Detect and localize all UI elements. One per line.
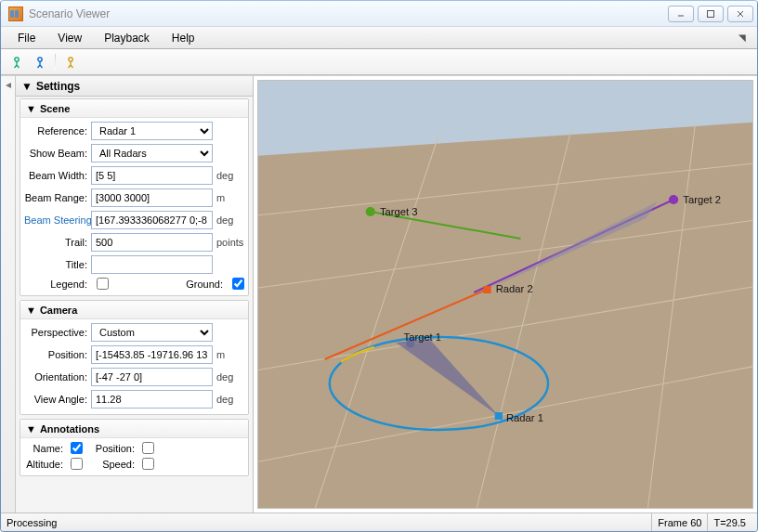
target3-label: Target 3 [380, 206, 418, 217]
section-camera: ▼ Camera Perspective: Custom Position: m… [20, 300, 249, 415]
close-button[interactable] [727, 6, 753, 22]
radar1-label: Radar 1 [506, 412, 543, 423]
toolbar-separator [55, 54, 56, 71]
svg-point-4 [15, 57, 19, 60]
viewport-panel: Target 3 Target 2 Radar 2 Target 1 Radar… [254, 76, 757, 513]
section-scene-header[interactable]: ▼ Scene [20, 99, 248, 118]
cam-position-unit: m [215, 349, 244, 360]
panel-title: Settings [36, 80, 80, 93]
title-input[interactable] [91, 255, 213, 274]
perspective-select[interactable]: Custom [91, 323, 213, 342]
ground-checkbox[interactable] [232, 278, 244, 290]
scene-svg: Target 3 Target 2 Radar 2 Target 1 Radar… [258, 81, 752, 508]
status-time: T=29.5 [707, 513, 751, 531]
menu-playback[interactable]: Playback [95, 29, 159, 47]
trail-input[interactable] [91, 233, 213, 252]
trail-unit: points [215, 237, 244, 248]
beamsteering-input[interactable] [91, 211, 213, 229]
minimize-button[interactable] [668, 6, 694, 22]
reference-select[interactable]: Radar 1 [91, 122, 213, 140]
target1-label: Target 1 [404, 331, 442, 343]
menu-file[interactable]: File [8, 29, 45, 47]
svg-marker-7 [258, 118, 752, 508]
menu-bar: File View Playback Help ◥ [1, 27, 757, 49]
section-annotations-header[interactable]: ▼ Annotations [20, 420, 248, 438]
svg-rect-24 [483, 286, 490, 293]
menu-help[interactable]: Help [163, 29, 204, 47]
triangle-down-icon: ▼ [26, 103, 36, 114]
tool-step-icon[interactable] [30, 52, 50, 72]
legend-checkbox[interactable] [97, 278, 109, 290]
maximize-button[interactable] [698, 6, 724, 22]
status-frame: Frame 60 [651, 513, 707, 531]
tool-record-icon[interactable] [60, 52, 81, 72]
triangle-down-icon: ▼ [26, 305, 36, 316]
beamwidth-input[interactable] [91, 166, 213, 185]
target2-label: Target 2 [683, 194, 721, 205]
dock-menu-icon[interactable]: ◥ [738, 32, 750, 43]
radar2-label: Radar 2 [496, 283, 533, 294]
beamsteering-unit: deg [215, 214, 244, 226]
reference-label: Reference: [24, 125, 89, 136]
svg-point-6 [69, 57, 72, 60]
cam-position-label: Position: [24, 349, 89, 360]
status-message: Processing [7, 517, 57, 528]
section-scene-title: Scene [40, 103, 70, 114]
cam-viewangle-input[interactable] [91, 390, 213, 409]
svg-rect-25 [495, 412, 503, 420]
svg-point-23 [669, 195, 678, 204]
section-camera-header[interactable]: ▼ Camera [20, 301, 248, 319]
beamwidth-label: Beam Width: [24, 170, 89, 181]
ann-altitude-checkbox[interactable] [71, 458, 83, 470]
ann-speed-label: Speed: [88, 459, 137, 470]
section-scene: ▼ Scene Reference: Radar 1 Show Beam: Al… [20, 98, 249, 296]
panel-header[interactable]: ▼ Settings [16, 76, 253, 97]
toolbar [1, 49, 757, 75]
svg-point-5 [38, 57, 42, 60]
cam-orientation-label: Orientation: [24, 371, 89, 383]
beamrange-unit: m [215, 192, 244, 203]
cam-position-input[interactable] [91, 345, 213, 364]
status-bar: Processing Frame 60 T=29.5 [1, 513, 757, 531]
section-annotations: ▼ Annotations Name: Position: Altitude: [20, 419, 249, 476]
section-annotations-title: Annotations [40, 423, 99, 435]
showbeam-label: Show Beam: [24, 148, 89, 159]
ground-label: Ground: [186, 279, 225, 290]
ann-position-label: Position: [88, 443, 137, 454]
window-frame: Scenario Viewer File View Playback Help … [0, 0, 758, 532]
menu-view[interactable]: View [48, 29, 91, 47]
cam-viewangle-unit: deg [215, 394, 244, 405]
chevron-left-icon: ◂ [6, 78, 11, 91]
section-camera-title: Camera [40, 305, 77, 316]
beamwidth-unit: deg [215, 170, 244, 181]
cam-viewangle-label: View Angle: [24, 394, 89, 405]
ann-altitude-label: Altitude: [24, 459, 65, 470]
svg-rect-1 [708, 10, 714, 17]
title-bar: Scenario Viewer [1, 1, 757, 27]
beamrange-input[interactable] [91, 188, 213, 207]
scenario-viewport[interactable]: Target 3 Target 2 Radar 2 Target 1 Radar… [257, 80, 753, 509]
app-icon [8, 6, 23, 21]
ann-name-label: Name: [24, 443, 65, 454]
window-title: Scenario Viewer [29, 7, 662, 20]
title-label: Title: [24, 259, 89, 270]
triangle-down-icon: ▼ [21, 80, 33, 93]
beamsteering-label[interactable]: Beam Steering [24, 214, 89, 226]
legend-label: Legend: [24, 279, 89, 290]
collapse-gutter[interactable]: ◂ [1, 76, 16, 513]
trail-label: Trail: [24, 237, 89, 248]
ann-speed-checkbox[interactable] [142, 458, 154, 470]
ann-position-checkbox[interactable] [142, 442, 154, 454]
beamrange-label: Beam Range: [24, 192, 89, 203]
triangle-down-icon: ▼ [26, 423, 36, 435]
settings-panel: ▼ Settings ▼ Scene Reference: Radar 1 Sh… [16, 76, 254, 513]
svg-point-22 [366, 207, 375, 216]
cam-orientation-input[interactable] [91, 368, 213, 386]
ann-name-checkbox[interactable] [71, 442, 83, 454]
tool-play-icon[interactable] [7, 52, 27, 72]
showbeam-select[interactable]: All Radars [91, 144, 213, 162]
cam-orientation-unit: deg [215, 371, 244, 383]
perspective-label: Perspective: [24, 327, 89, 338]
